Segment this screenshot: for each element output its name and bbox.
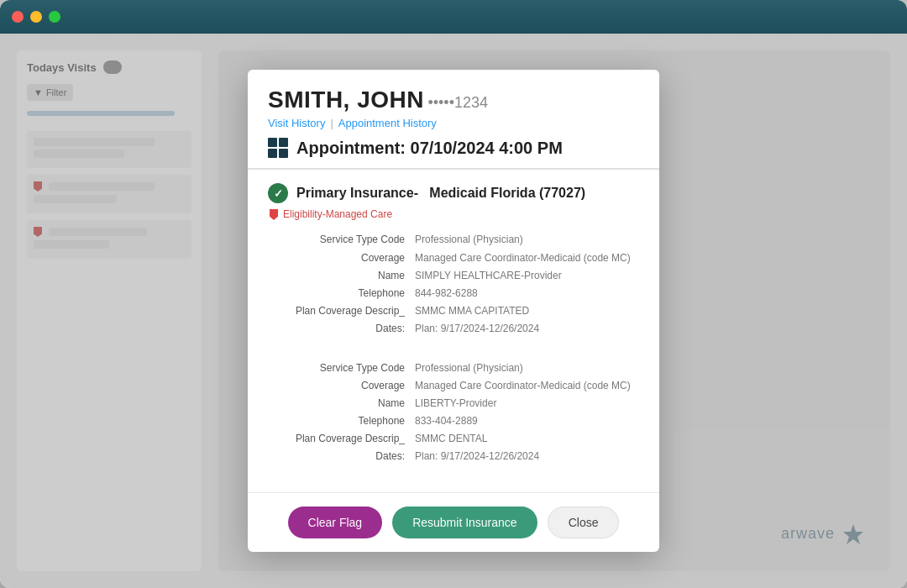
telephone-value-1: 844-982-6288: [415, 286, 639, 302]
eligibility-row: Eligibility-Managed Care: [270, 208, 639, 220]
section-divider: [268, 351, 639, 352]
appointment-history-link[interactable]: Appointment History: [338, 117, 437, 129]
app-content: Todays Visits ▼ Filter: [0, 34, 907, 588]
service-type-value-1: Professional (Physician): [415, 232, 639, 248]
data-row: Name SIMPLY HEALTHCARE-Provider: [268, 268, 639, 284]
close-button[interactable]: [12, 11, 24, 23]
modal-dialog: SMITH, JOHN •••••1234 Visit History | Ap…: [248, 70, 659, 551]
data-row: Telephone 833-404-2889: [268, 413, 639, 429]
dates-label-1: Dates:: [268, 321, 415, 337]
grid-icon: [268, 138, 288, 158]
plan-coverage-label-1: Plan Coverage Descrip_: [268, 303, 415, 319]
modal-footer: Clear Flag Resubmit Insurance Close: [248, 492, 659, 552]
patient-id: •••••1234: [427, 94, 488, 111]
plan-coverage-value-1: SMMC MMA CAPITATED: [415, 303, 639, 319]
data-row: Coverage Managed Care Coordinator-Medica…: [268, 378, 639, 394]
data-row: Coverage Managed Care Coordinator-Medica…: [268, 250, 639, 266]
dates-label-2: Dates:: [268, 449, 415, 465]
name-label-2: Name: [268, 396, 415, 412]
service-type-value-2: Professional (Physician): [415, 360, 639, 376]
resubmit-insurance-button[interactable]: Resubmit Insurance: [392, 507, 537, 538]
coverage-label-1: Coverage: [268, 250, 415, 266]
eligibility-text: Eligibility-Managed Care: [283, 208, 392, 220]
data-row: Telephone 844-982-6288: [268, 286, 639, 302]
telephone-label-2: Telephone: [268, 413, 415, 429]
maximize-button[interactable]: [49, 11, 60, 23]
appointment-text: Appointment: 07/10/2024 4:00 PM: [296, 139, 563, 158]
dates-value-2: Plan: 9/17/2024-12/26/2024: [415, 449, 639, 465]
appointment-label: Appointment:: [296, 139, 406, 157]
link-separator: |: [330, 117, 333, 129]
insurance-title: Primary Insurance- Medicaid Florida (770…: [296, 186, 585, 201]
patient-name: SMITH, JOHN: [268, 87, 424, 113]
plan-coverage-label-2: Plan Coverage Descrip_: [268, 431, 415, 447]
patient-name-row: SMITH, JOHN •••••1234: [268, 87, 639, 113]
patient-links: Visit History | Appointment History: [268, 117, 639, 129]
visit-history-link[interactable]: Visit History: [268, 117, 325, 129]
eligibility-flag-icon: [270, 209, 278, 220]
telephone-value-2: 833-404-2889: [415, 413, 639, 429]
plan-coverage-value-2: SMMC DENTAL: [415, 431, 639, 447]
data-row: Dates: Plan: 9/17/2024-12/26/2024: [268, 321, 639, 337]
appointment-datetime: 07/10/2024 4:00 PM: [411, 139, 563, 157]
dates-value-1: Plan: 9/17/2024-12/26/2024: [415, 321, 639, 337]
check-circle-icon: ✓: [268, 183, 288, 203]
clear-flag-button[interactable]: Clear Flag: [288, 507, 383, 538]
service-type-label-2: Service Type Code: [268, 360, 415, 376]
modal-body: ✓ Primary Insurance- Medicaid Florida (7…: [248, 170, 659, 491]
data-row: Service Type Code Professional (Physicia…: [268, 232, 639, 248]
name-value-2: LIBERTY-Provider: [415, 396, 639, 412]
mac-window: Todays Visits ▼ Filter: [0, 0, 907, 588]
service-type-label-1: Service Type Code: [268, 232, 415, 248]
data-row: Plan Coverage Descrip_ SMMC MMA CAPITATE…: [268, 303, 639, 319]
coverage-value-1: Managed Care Coordinator-Medicaid (code …: [415, 250, 639, 266]
appointment-row: Appointment: 07/10/2024 4:00 PM: [268, 138, 639, 158]
telephone-label-1: Telephone: [268, 286, 415, 302]
coverage-value-2: Managed Care Coordinator-Medicaid (code …: [415, 378, 639, 394]
checkmark: ✓: [274, 187, 283, 200]
insurance-header: ✓ Primary Insurance- Medicaid Florida (7…: [268, 183, 639, 203]
coverage-section-1: Service Type Code Professional (Physicia…: [268, 232, 639, 337]
modal-overlay: SMITH, JOHN •••••1234 Visit History | Ap…: [0, 34, 907, 588]
coverage-label-2: Coverage: [268, 378, 415, 394]
close-button[interactable]: Close: [548, 507, 620, 538]
data-row: Service Type Code Professional (Physicia…: [268, 360, 639, 376]
title-bar: [0, 0, 907, 34]
name-label-1: Name: [268, 268, 415, 284]
coverage-section-2: Service Type Code Professional (Physicia…: [268, 360, 639, 465]
modal-header: SMITH, JOHN •••••1234 Visit History | Ap…: [248, 70, 659, 169]
data-row: Dates: Plan: 9/17/2024-12/26/2024: [268, 449, 639, 465]
data-row: Plan Coverage Descrip_ SMMC DENTAL: [268, 431, 639, 447]
minimize-button[interactable]: [30, 11, 42, 23]
data-row: Name LIBERTY-Provider: [268, 396, 639, 412]
name-value-1: SIMPLY HEALTHCARE-Provider: [415, 268, 639, 284]
